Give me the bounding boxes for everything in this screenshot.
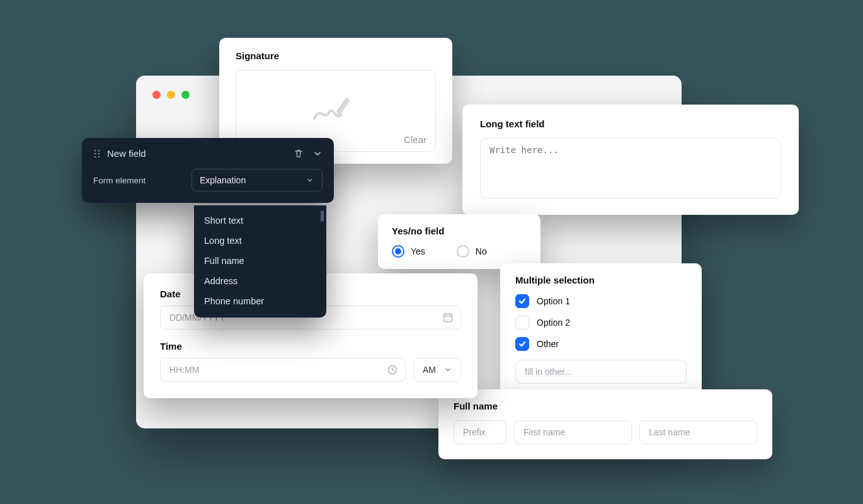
drag-handle-icon[interactable]: [93, 149, 101, 158]
form-element-dropdown: Short text Long text Full name Address P…: [194, 205, 326, 318]
dropdown-item-full-name[interactable]: Full name: [194, 251, 326, 271]
radio-no-label: No: [476, 246, 487, 256]
chevron-down-icon: [306, 176, 314, 185]
radio-yes-label: Yes: [411, 246, 425, 256]
svg-point-7: [94, 149, 96, 151]
radio-no[interactable]: No: [457, 245, 487, 258]
svg-point-9: [94, 152, 96, 154]
time-label: Time: [160, 341, 461, 352]
ampm-value: AM: [423, 365, 436, 375]
checkbox-other[interactable]: [515, 337, 529, 351]
multiple-selection-title: Multiple selection: [515, 275, 687, 285]
long-text-title: Long text field: [480, 118, 781, 129]
calendar-icon[interactable]: [442, 312, 454, 323]
chevron-down-icon[interactable]: [312, 149, 323, 159]
signature-title: Signature: [236, 50, 436, 61]
yes-no-title: Yes/no field: [392, 226, 527, 236]
form-element-select[interactable]: Explanation: [191, 169, 323, 192]
dropdown-item-long-text[interactable]: Long text: [194, 231, 326, 251]
yes-no-card: Yes/no field Yes No: [378, 214, 540, 269]
ampm-select[interactable]: AM: [413, 358, 461, 382]
form-element-value: Explanation: [200, 175, 246, 185]
svg-rect-2: [444, 314, 452, 322]
first-name-input[interactable]: [514, 420, 632, 444]
svg-point-12: [98, 156, 100, 158]
svg-point-11: [94, 156, 96, 158]
minimize-window-button[interactable]: [167, 91, 175, 99]
checkbox-option-1-label: Option 1: [537, 296, 570, 306]
checkbox-option-2[interactable]: [515, 316, 529, 329]
long-text-card: Long text field: [462, 105, 799, 215]
svg-point-8: [98, 149, 100, 151]
time-input[interactable]: [160, 358, 406, 382]
close-window-button[interactable]: [152, 91, 161, 99]
full-name-card: Full name: [438, 389, 772, 459]
radio-yes[interactable]: Yes: [392, 245, 425, 258]
checkbox-option-2-label: Option 2: [537, 318, 570, 328]
long-text-input[interactable]: [480, 138, 781, 198]
maximize-window-button[interactable]: [181, 91, 190, 99]
clock-icon: [387, 364, 398, 375]
dropdown-item-address[interactable]: Address: [194, 271, 326, 291]
other-input[interactable]: [515, 360, 687, 384]
chevron-down-icon: [444, 366, 452, 374]
signature-clear-button[interactable]: Clear: [404, 134, 426, 145]
full-name-title: Full name: [454, 401, 757, 411]
last-name-input[interactable]: [639, 420, 757, 444]
svg-rect-0: [336, 97, 351, 115]
signature-icon: [236, 93, 435, 123]
form-element-label: Form element: [93, 176, 146, 185]
dropdown-item-phone-number[interactable]: Phone number: [194, 291, 326, 311]
checkbox-option-1[interactable]: [515, 294, 529, 308]
checkbox-other-label: Other: [537, 339, 559, 349]
svg-point-10: [98, 152, 100, 154]
traffic-lights: [152, 91, 190, 99]
multiple-selection-card: Multiple selection Option 1 Option 2 Oth…: [500, 263, 702, 398]
dropdown-item-short-text[interactable]: Short text: [194, 210, 326, 231]
trash-icon[interactable]: [294, 149, 304, 159]
prefix-input[interactable]: [454, 420, 506, 444]
new-field-panel: New field Form element Explanation: [82, 138, 334, 203]
new-field-title: New field: [107, 148, 146, 159]
